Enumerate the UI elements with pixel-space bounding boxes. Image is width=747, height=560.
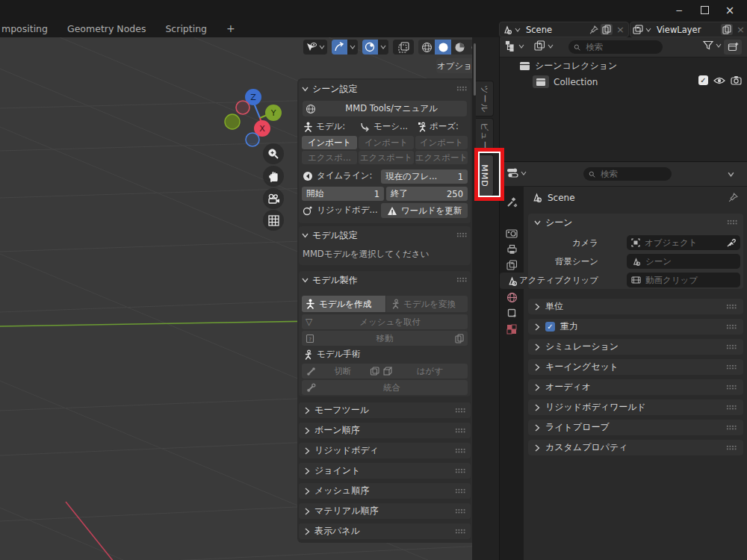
panel-grip[interactable] — [726, 344, 737, 349]
tab-texture-properties[interactable] — [500, 321, 524, 337]
create-model-button[interactable]: モデルを作成 — [302, 296, 385, 312]
navigation-gizmo[interactable]: Z Y X — [223, 82, 285, 151]
tab-world-properties[interactable] — [500, 289, 524, 305]
scene-collection-row[interactable]: シーンコレクション — [519, 60, 617, 72]
panel-grip[interactable] — [456, 277, 467, 282]
visibility-dropdown[interactable] — [303, 40, 327, 55]
new-collection-button[interactable] — [724, 40, 742, 55]
shading-wireframe-button[interactable] — [418, 40, 435, 55]
new-viewlayer-button[interactable] — [721, 24, 733, 35]
close-button[interactable]: × — [717, 0, 743, 20]
import-model-button[interactable]: インポート — [302, 136, 357, 149]
panel-audio[interactable]: オーディオ — [528, 379, 743, 395]
viewlayer-name-field[interactable]: ViewLayer — [654, 25, 719, 35]
background-scene-field[interactable]: シーン — [627, 254, 740, 269]
proportional-edit-toggle[interactable] — [362, 40, 378, 55]
panel-bone-order[interactable]: ボーン順序 — [299, 423, 471, 438]
collection-icon-chip[interactable] — [533, 75, 549, 88]
properties-breadcrumb[interactable]: Scene — [531, 192, 575, 203]
panel-grip[interactable] — [726, 445, 737, 450]
new-scene-button[interactable] — [601, 24, 613, 35]
panel-grip[interactable] — [726, 405, 737, 410]
outliner-filter-button[interactable] — [703, 40, 722, 50]
import-motion-button[interactable]: インポート — [359, 136, 414, 149]
panel-grip[interactable] — [455, 408, 465, 413]
panel-grip[interactable] — [726, 324, 737, 329]
model-setup-header[interactable]: モデル設定 — [302, 229, 358, 242]
current-frame-field[interactable]: 現在のフレ... 1 — [381, 169, 468, 184]
panel-simulation[interactable]: シミュレーション — [528, 339, 743, 355]
scene-name-field[interactable]: Scene — [523, 25, 587, 35]
frame-start-field[interactable]: 開始 1 — [302, 187, 384, 201]
join-button[interactable]: 統合 — [302, 380, 468, 395]
panel-grip[interactable] — [726, 425, 737, 430]
frame-end-field[interactable]: 終了 250 — [386, 187, 468, 201]
overlays-toggle[interactable] — [393, 40, 414, 55]
panel-morph-tools[interactable]: モーフツール — [299, 402, 471, 418]
properties-editor-type-button[interactable] — [506, 167, 527, 178]
pin-icon[interactable] — [728, 193, 738, 202]
panel-grip[interactable] — [455, 508, 465, 514]
tab-tool-properties[interactable] — [500, 193, 524, 210]
pin-icon[interactable] — [589, 25, 598, 34]
pan-tool-button[interactable] — [263, 166, 284, 187]
import-pose-button[interactable]: インポート — [415, 136, 468, 149]
separate-button[interactable]: はがす — [392, 366, 468, 377]
tab-geometry-nodes[interactable]: Geometry Nodes — [58, 20, 155, 37]
sidebar-tab-tool[interactable]: ツール — [476, 81, 494, 116]
export-pose-button[interactable]: エクスポート — [415, 151, 468, 164]
convert-model-button[interactable]: モデルを変換 — [386, 296, 468, 312]
tab-compositing[interactable]: mpositing — [0, 20, 58, 37]
panel-grip[interactable] — [726, 304, 737, 309]
properties-search[interactable] — [583, 167, 672, 181]
proportional-edit-dropdown[interactable] — [378, 40, 388, 55]
panel-light-probes[interactable]: ライトプローブ — [528, 420, 743, 435]
viewlayer-selector[interactable]: ViewLayer × — [630, 22, 747, 37]
panel-grip[interactable] — [456, 86, 467, 91]
panel-grip[interactable] — [727, 220, 737, 225]
scene-panel-header[interactable]: シーン — [534, 217, 573, 229]
panel-grip[interactable] — [456, 232, 467, 237]
export-motion-button[interactable]: エクスポート — [359, 151, 414, 164]
panel-grip[interactable] — [726, 385, 737, 390]
properties-options-dropdown[interactable] — [728, 172, 734, 177]
shading-solid-button[interactable] — [435, 40, 451, 55]
collection-row[interactable]: Collection — [533, 75, 598, 88]
tab-scripting[interactable]: Scripting — [155, 20, 217, 37]
panel-units[interactable]: 単位 — [528, 299, 743, 314]
gravity-checkbox[interactable]: ✓ — [545, 322, 555, 332]
grid-toggle-button[interactable] — [263, 210, 284, 231]
zoom-tool-button[interactable] — [263, 143, 284, 164]
panel-grip[interactable] — [726, 364, 737, 370]
snap-toggle[interactable] — [332, 40, 347, 55]
sidebar-tab-view[interactable]: ビュー — [476, 118, 494, 154]
unlink-scene-icon[interactable]: × — [615, 24, 626, 35]
camera-icon[interactable] — [731, 75, 742, 85]
sidebar-tab-mmd[interactable]: MMD — [476, 155, 494, 196]
maximize-button[interactable] — [692, 0, 717, 20]
remove-viewlayer-icon[interactable]: × — [735, 24, 746, 35]
camera-view-button[interactable] — [263, 188, 284, 209]
eyedropper-icon[interactable] — [727, 238, 736, 247]
minimize-button[interactable]: − — [666, 0, 692, 20]
camera-field[interactable]: オブジェクト — [627, 235, 740, 250]
manual-button[interactable]: MMD Tools/マニュアル — [303, 101, 467, 116]
viewport-3d[interactable]: オプション Z Y X — [0, 37, 499, 560]
panel-rigid-bodies[interactable]: リジッドボディ — [299, 443, 471, 458]
panel-custom-properties[interactable]: カスタムプロパティ — [528, 440, 743, 455]
panel-rigid-body-world[interactable]: リジッドボディワールド — [528, 399, 743, 415]
outliner-search-input[interactable] — [584, 41, 657, 53]
outliner-display-mode-button[interactable] — [534, 40, 554, 52]
panel-joints[interactable]: ジョイント — [299, 463, 471, 479]
update-world-button[interactable]: ワールドを更新 — [381, 203, 468, 218]
attach-mesh-button[interactable]: ▽ メッシュを取付 — [302, 314, 468, 329]
panel-grip[interactable] — [455, 488, 465, 494]
tab-object-properties[interactable] — [500, 305, 524, 321]
panel-grip[interactable] — [455, 448, 465, 453]
translation-button[interactable]: ? 移動 — [302, 331, 468, 346]
add-workspace-button[interactable]: + — [217, 20, 245, 37]
panel-material-order[interactable]: マテリアル順序 — [299, 503, 471, 519]
panel-grip[interactable] — [455, 428, 465, 433]
active-clip-field[interactable]: 動画クリップ — [627, 273, 740, 287]
panel-grip[interactable] — [455, 529, 465, 534]
